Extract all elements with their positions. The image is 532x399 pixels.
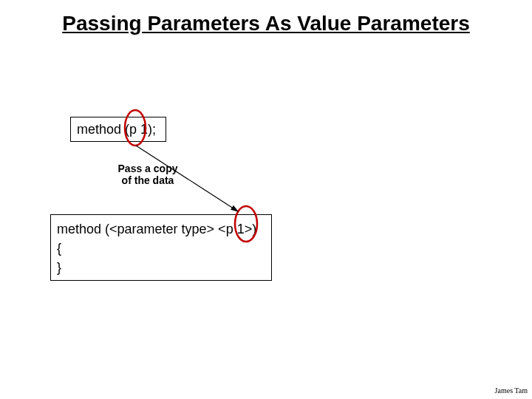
annotation-line2: of the data xyxy=(122,174,174,186)
annotation-label: Pass a copy of the data xyxy=(103,163,192,186)
method-def-line1: method (<parameter type> <p 1>) xyxy=(57,219,265,239)
method-def-line3: } xyxy=(57,258,265,277)
annotation-line1: Pass a copy xyxy=(118,163,178,174)
method-call-box: method (p 1); xyxy=(70,117,166,142)
method-def-box: method (<parameter type> <p 1>) { } xyxy=(50,214,272,281)
method-def-line2: { xyxy=(57,239,265,258)
footer-author: James Tam xyxy=(495,386,528,395)
method-call-text: method (p 1); xyxy=(77,122,156,137)
slide: Passing Parameters As Value Parameters m… xyxy=(0,0,532,399)
slide-title: Passing Parameters As Value Parameters xyxy=(0,12,532,35)
overlay-svg xyxy=(0,0,532,399)
